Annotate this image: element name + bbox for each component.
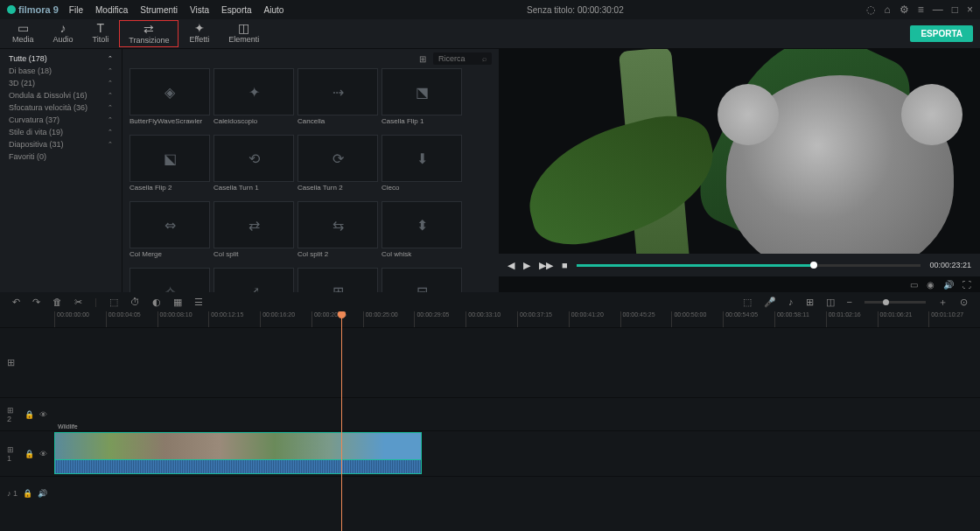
redo-icon[interactable]: ↷ xyxy=(32,297,40,308)
transition-cancella[interactable]: ⇢Cancella xyxy=(298,68,378,131)
transition-casella-turn-1[interactable]: ⟲Casella Turn 1 xyxy=(214,135,294,198)
menu-export[interactable]: Esporta xyxy=(221,5,251,15)
volume-icon[interactable]: 🔊 xyxy=(943,280,954,290)
export-button[interactable]: ESPORTA xyxy=(910,25,973,42)
search-icon[interactable]: ⌕ xyxy=(482,54,486,63)
transition-cross-shutter-2[interactable]: ⊟Cross shutter 2 xyxy=(382,268,462,292)
fullscreen-icon[interactable]: ⛶ xyxy=(962,280,971,290)
lock-icon[interactable]: 🔒 xyxy=(24,410,34,419)
tab-media[interactable]: ▭Media xyxy=(4,20,43,47)
marker-icon[interactable]: ⬚ xyxy=(743,297,752,308)
help-icon[interactable]: ≡ xyxy=(918,3,924,16)
sidebar-item-6[interactable]: Stile di vita (19)⌃ xyxy=(0,126,122,138)
transition-casella-flip-2[interactable]: ⬕Casella Flip 2 xyxy=(130,135,210,198)
prev-button[interactable]: ◀ xyxy=(508,260,514,271)
manage-tracks-icon[interactable]: ⊞ xyxy=(7,357,15,368)
ruler-tick: 00:00:37:15 xyxy=(517,311,569,327)
transition-cross-shutter-1[interactable]: ⊞Cross shutter 1 xyxy=(298,268,378,292)
sidebar-item-4[interactable]: Sfocatura velocità (36)⌃ xyxy=(0,101,122,114)
transition-col-whisk[interactable]: ⬍Col whisk xyxy=(382,201,462,264)
menu-edit[interactable]: Modifica xyxy=(95,5,128,15)
transition-caleidoscopio[interactable]: ✦Caleidoscopio xyxy=(214,68,294,131)
transition-crazyparametricfun[interactable]: ✧CrazyParametricFun xyxy=(130,268,210,292)
mixer-icon[interactable]: ♪ xyxy=(788,297,794,307)
sidebar-item-0[interactable]: Tutte (178)⌃ xyxy=(0,52,122,65)
cart-icon[interactable]: ⌂ xyxy=(884,3,890,16)
transition-col-split-2[interactable]: ⇆Col split 2 xyxy=(298,201,378,264)
stop-button[interactable]: ■ xyxy=(562,260,568,270)
lock-icon[interactable]: 🔒 xyxy=(23,489,32,498)
close-icon[interactable]: × xyxy=(967,3,973,16)
ruler-tick: 00:00:33:10 xyxy=(466,311,517,327)
cut-icon[interactable]: ✂ xyxy=(74,297,82,308)
sidebar-item-2[interactable]: 3D (21)⌃ xyxy=(0,77,122,89)
ruler-tick: 00:00:08:10 xyxy=(158,311,209,327)
transition-cieco[interactable]: ⬇Cieco xyxy=(382,135,462,198)
zoom-fit-icon[interactable]: ⊙ xyxy=(960,297,968,308)
menu-view[interactable]: Vista xyxy=(190,5,209,15)
video-clip[interactable]: Wildlife xyxy=(54,432,422,474)
search-box[interactable]: ⌕ xyxy=(433,52,492,65)
transition-butterflywavescrawler[interactable]: ◈ButterFlyWaveScrawler xyxy=(130,68,210,131)
progress-bar[interactable] xyxy=(577,264,921,267)
next-button[interactable]: ▶▶ xyxy=(539,260,553,271)
zoom-in-icon[interactable]: ＋ xyxy=(938,296,948,309)
settings-icon[interactable]: ⚙ xyxy=(900,3,909,16)
track-audio-1[interactable]: ♪ 1 🔒 🔊 xyxy=(0,476,980,509)
tab-titles[interactable]: TTitoli xyxy=(84,20,118,47)
undo-icon[interactable]: ↶ xyxy=(12,297,20,308)
adjust-icon[interactable]: ☰ xyxy=(194,297,203,308)
snapshot-icon[interactable]: ▭ xyxy=(910,280,918,290)
delete-icon[interactable]: 🗑 xyxy=(52,297,62,307)
mic-icon[interactable]: 🎤 xyxy=(764,297,776,308)
search-input[interactable] xyxy=(438,54,482,63)
zoom-out-icon[interactable]: − xyxy=(847,297,852,307)
lock-icon[interactable]: 🔒 xyxy=(24,450,34,458)
sidebar-item-1[interactable]: Di base (18)⌃ xyxy=(0,65,122,77)
maximize-icon[interactable]: □ xyxy=(952,3,958,16)
transition-casella-flip-1[interactable]: ⬔Casella Flip 1 xyxy=(382,68,462,131)
transition-col-split[interactable]: ⇄Col split xyxy=(214,201,294,264)
crop-icon[interactable]: ⬚ xyxy=(109,297,118,308)
tab-audio[interactable]: ♪Audio xyxy=(45,20,82,47)
folder-icon: ▭ xyxy=(18,22,29,34)
color-icon[interactable]: ◐ xyxy=(152,297,161,308)
transition-icon: ⇄ xyxy=(144,23,154,35)
menu-file[interactable]: File xyxy=(69,5,83,15)
tab-elements[interactable]: ◫Elementi xyxy=(220,20,268,47)
sidebar-item-5[interactable]: Curvatura (37)⌃ xyxy=(0,114,122,126)
tab-transitions[interactable]: ⇄Transizione xyxy=(119,20,178,47)
transition-cross-merge[interactable]: ⤢Cross merge xyxy=(214,268,294,292)
visibility-icon[interactable]: 👁 xyxy=(39,410,47,419)
menu-help[interactable]: Aiuto xyxy=(264,5,284,15)
ruler-tick: 00:00:25:00 xyxy=(363,311,415,327)
mute-icon[interactable]: 🔊 xyxy=(38,489,47,498)
unknown-icon[interactable]: ◫ xyxy=(826,297,835,308)
user-icon[interactable]: ◌ xyxy=(866,3,875,16)
speed-icon[interactable]: ⏱ xyxy=(130,297,140,307)
track-video-1[interactable]: ⊞ 1 🔒 👁 Wildlife xyxy=(0,430,980,476)
transition-casella-turn-2[interactable]: ⟳Casella Turn 2 xyxy=(298,135,378,198)
transition-col-merge[interactable]: ⇔Col Merge xyxy=(130,201,210,264)
menu-tools[interactable]: Strumenti xyxy=(140,5,178,15)
grid-view-icon[interactable]: ⊞ xyxy=(419,54,426,64)
tab-effects[interactable]: ✦Effetti xyxy=(180,20,218,47)
zoom-slider[interactable] xyxy=(864,301,926,304)
category-sidebar: Tutte (178)⌃Di base (18)⌃3D (21)⌃Ondula … xyxy=(0,49,122,292)
sidebar-item-8[interactable]: Favoriti (0) xyxy=(0,150,122,163)
preview-viewport[interactable] xyxy=(499,49,980,254)
sidebar-item-7[interactable]: Diapositiva (31)⌃ xyxy=(0,138,122,150)
visibility-icon[interactable]: 👁 xyxy=(39,450,47,458)
play-button[interactable]: ▶ xyxy=(523,260,530,271)
render-icon[interactable]: ⊞ xyxy=(806,297,814,308)
timeline-spacer: ⊞ xyxy=(0,327,980,397)
track-overlay-2[interactable]: ⊞ 2 🔒 👁 xyxy=(0,397,980,430)
time-ruler[interactable]: 00:00:00:0000:00:04:0500:00:08:1000:00:1… xyxy=(54,311,980,327)
effects-icon: ✦ xyxy=(194,22,205,34)
track-head-v1: ⊞ 1 🔒 👁 xyxy=(0,431,54,476)
greenscreen-icon[interactable]: ▦ xyxy=(173,297,182,308)
minimize-icon[interactable]: — xyxy=(933,3,943,16)
camera-icon[interactable]: ◉ xyxy=(927,280,934,290)
sidebar-item-3[interactable]: Ondula & Dissolvi (16)⌃ xyxy=(0,89,122,101)
playhead[interactable] xyxy=(341,311,342,531)
